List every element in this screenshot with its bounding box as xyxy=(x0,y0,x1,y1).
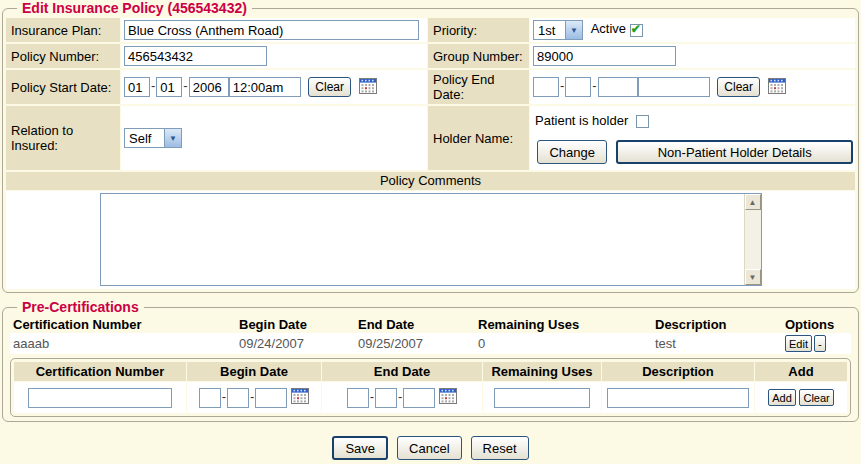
start-date-clear-button[interactable]: Clear xyxy=(308,77,351,97)
date-separator: - xyxy=(398,389,402,404)
date-separator: - xyxy=(250,389,254,404)
table-row: aaaab 09/24/2007 09/25/2007 0 test Edit … xyxy=(10,333,851,354)
cell-begin-date: 09/24/2007 xyxy=(236,333,355,354)
add-col-begin-date: Begin Date xyxy=(187,362,321,381)
new-end-year-input[interactable] xyxy=(403,388,435,408)
insurance-plan-input[interactable] xyxy=(124,20,419,40)
start-month-input[interactable] xyxy=(124,77,150,97)
pre-certifications-section: Pre-Certifications Certification Number … xyxy=(2,299,859,422)
new-begin-month-input[interactable] xyxy=(199,388,221,408)
add-col-description: Description xyxy=(602,362,754,381)
cell-end-date: 09/25/2007 xyxy=(355,333,475,354)
date-separator: - xyxy=(222,389,226,404)
edit-insurance-policy-section: Edit Insurance Policy (456543432) Insura… xyxy=(2,0,859,293)
active-label: Active xyxy=(591,21,626,36)
policy-comments-header: Policy Comments xyxy=(6,172,855,190)
group-number-label: Group Number: xyxy=(428,44,529,68)
relation-to-insured-select[interactable]: Self ▼ xyxy=(124,128,182,148)
group-number-input[interactable] xyxy=(533,46,676,66)
scrollbar[interactable]: ▲ ▼ xyxy=(744,194,761,285)
scroll-up-icon[interactable]: ▲ xyxy=(745,194,761,210)
change-holder-button[interactable]: Change xyxy=(537,140,607,164)
end-month-input[interactable] xyxy=(533,77,559,97)
start-year-input[interactable] xyxy=(189,77,229,97)
policy-comments-area: ▲ ▼ xyxy=(6,191,855,289)
new-begin-year-input[interactable] xyxy=(255,388,287,408)
add-col-end-date: End Date xyxy=(322,362,482,381)
insurance-plan-label: Insurance Plan: xyxy=(6,18,120,42)
date-separator: - xyxy=(560,78,564,93)
date-separator: - xyxy=(151,78,155,93)
end-year-input[interactable] xyxy=(598,77,638,97)
new-certification-number-input[interactable] xyxy=(28,388,172,408)
chevron-down-icon: ▼ xyxy=(565,21,582,39)
col-begin-date: Begin Date xyxy=(236,316,355,333)
new-end-day-input[interactable] xyxy=(375,388,397,408)
add-pre-certification-box: Certification Number Begin Date End Date… xyxy=(10,358,851,417)
date-separator: - xyxy=(183,78,187,93)
pre-certifications-title: Pre-Certifications xyxy=(17,299,144,315)
policy-comments-textarea[interactable] xyxy=(101,194,744,285)
chevron-down-icon: ▼ xyxy=(164,129,181,147)
add-col-add: Add xyxy=(755,362,847,381)
end-day-input[interactable] xyxy=(565,77,591,97)
add-header-row: Certification Number Begin Date End Date… xyxy=(14,362,847,381)
add-button[interactable]: Add xyxy=(768,389,796,406)
col-description: Description xyxy=(652,316,782,333)
new-description-input[interactable] xyxy=(607,388,749,408)
cancel-button[interactable]: Cancel xyxy=(397,436,461,460)
add-clear-button[interactable]: Clear xyxy=(799,389,833,406)
patient-is-holder-checkbox[interactable] xyxy=(636,115,649,128)
new-remaining-uses-input[interactable] xyxy=(494,388,590,408)
relation-selected-value: Self xyxy=(125,131,164,146)
edit-button[interactable]: Edit xyxy=(785,335,812,352)
policy-start-date-label: Policy Start Date: xyxy=(6,70,120,104)
calendar-icon[interactable] xyxy=(359,78,377,97)
policy-end-date-label: Policy End Date: xyxy=(428,70,529,104)
col-certification-number: Certification Number xyxy=(10,316,236,333)
active-checkbox[interactable] xyxy=(630,24,643,37)
add-pre-certification-table: Certification Number Begin Date End Date… xyxy=(13,361,848,414)
cell-remaining-uses: 0 xyxy=(475,333,652,354)
row-dates: Policy Start Date: -- Clear Policy End D… xyxy=(6,70,855,104)
form-actions: Save Cancel Reset xyxy=(0,436,861,460)
pre-cert-header-row: Certification Number Begin Date End Date… xyxy=(10,316,851,333)
reset-button[interactable]: Reset xyxy=(471,436,529,460)
col-remaining-uses: Remaining Uses xyxy=(475,316,652,333)
start-day-input[interactable] xyxy=(156,77,182,97)
col-options: Options xyxy=(782,316,851,333)
add-input-row: -- -- Add Clear xyxy=(14,382,847,413)
page-title: Edit Insurance Policy (456543432) xyxy=(17,0,252,16)
end-time-input[interactable] xyxy=(638,77,710,97)
patient-is-holder-label: Patient is holder xyxy=(535,113,628,128)
save-button[interactable]: Save xyxy=(332,436,388,460)
date-separator: - xyxy=(592,78,596,93)
calendar-icon[interactable] xyxy=(439,388,457,407)
holder-name-label: Holder Name: xyxy=(428,106,529,170)
remove-button[interactable]: - xyxy=(814,335,826,352)
non-patient-holder-details-button[interactable]: Non-Patient Holder Details xyxy=(616,140,853,164)
priority-label: Priority: xyxy=(428,18,529,42)
row-plan-priority: Insurance Plan: Priority: 1st ▼ Active xyxy=(6,18,855,42)
row-policy-group-number: Policy Number: Group Number: xyxy=(6,44,855,68)
priority-selected-value: 1st xyxy=(534,23,565,38)
add-col-certification-number: Certification Number xyxy=(14,362,186,381)
cell-certification-number: aaaab xyxy=(10,333,236,354)
policy-number-label: Policy Number: xyxy=(6,44,120,68)
calendar-icon[interactable] xyxy=(768,78,786,97)
page: { "colors": { "accent_title": "#CC0044",… xyxy=(0,0,861,464)
row-relation-holder: Relation to Insured: Self ▼ Holder Name:… xyxy=(6,106,855,170)
start-time-input[interactable] xyxy=(229,77,301,97)
date-separator: - xyxy=(370,389,374,404)
cell-description: test xyxy=(652,333,782,354)
policy-number-input[interactable] xyxy=(124,46,267,66)
new-end-month-input[interactable] xyxy=(347,388,369,408)
priority-select[interactable]: 1st ▼ xyxy=(533,20,583,40)
calendar-icon[interactable] xyxy=(291,388,309,407)
end-date-clear-button[interactable]: Clear xyxy=(717,77,760,97)
pre-certifications-table: Certification Number Begin Date End Date… xyxy=(10,316,851,354)
add-col-remaining-uses: Remaining Uses xyxy=(483,362,601,381)
new-begin-day-input[interactable] xyxy=(227,388,249,408)
scroll-down-icon[interactable]: ▼ xyxy=(745,269,761,285)
policy-form-table: Insurance Plan: Priority: 1st ▼ Active P… xyxy=(5,16,856,172)
